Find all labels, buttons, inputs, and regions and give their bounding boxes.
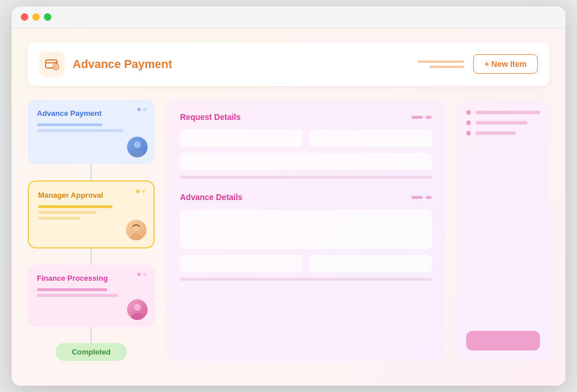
workflow-card-finance-processing: Finance Processing	[28, 265, 155, 327]
header-left: Advance Payment	[39, 51, 172, 77]
request-details-title: Request Details	[180, 112, 241, 122]
request-details-section: Request Details	[180, 112, 432, 179]
sidebar-line-2	[475, 121, 527, 125]
workflow-card-advance-payment: Advance Payment	[28, 100, 155, 164]
sidebar-item-2	[466, 120, 540, 125]
card-line-5	[38, 217, 81, 220]
card-line-1	[37, 123, 102, 126]
card-line-4	[38, 211, 96, 214]
request-row-1	[180, 130, 432, 147]
header-right: + New Item	[418, 54, 538, 74]
card-dots-pink	[137, 273, 147, 276]
advance-row-1	[180, 255, 432, 272]
header-line-2	[429, 66, 464, 68]
finance-processing-title: Finance Processing	[37, 274, 145, 282]
svg-point-10	[132, 313, 143, 320]
svg-point-9	[134, 304, 141, 311]
sidebar-line-3	[475, 131, 516, 135]
workflow-card-manager-approval: Manager Approval	[28, 180, 155, 248]
sidebar-column	[457, 100, 549, 361]
sidebar-item-3	[466, 131, 540, 135]
advance-payment-title: Advance Payment	[37, 109, 145, 118]
page-title: Advance Payment	[73, 58, 172, 71]
workflow-column: Advance Payment	[28, 100, 155, 361]
close-dot[interactable]	[21, 13, 28, 21]
card-line-7	[37, 294, 118, 297]
sidebar-item-1	[466, 110, 540, 115]
person-icon-orange	[128, 222, 144, 240]
connector-2	[91, 248, 92, 265]
card-line-2	[37, 129, 123, 132]
person-icon-blue	[129, 139, 145, 157]
card-dots-blue	[137, 108, 147, 111]
advance-details-title: Advance Details	[180, 193, 242, 202]
payment-icon	[44, 56, 59, 71]
finance-processing-lines	[37, 288, 145, 297]
svg-point-8	[130, 233, 142, 240]
request-details-header: Request Details	[180, 112, 432, 122]
advance-textarea[interactable]	[180, 210, 432, 249]
sidebar-items	[466, 110, 540, 135]
main-content: Advance Payment	[28, 100, 549, 361]
person-icon-pink	[129, 301, 145, 320]
request-field-wide[interactable]	[180, 153, 432, 170]
sidebar-dot-1	[466, 110, 471, 115]
advance-payment-lines	[37, 123, 145, 132]
svg-point-6	[132, 150, 143, 157]
connector-3	[91, 327, 92, 343]
header-icon-container	[39, 51, 65, 77]
titlebar	[12, 6, 565, 28]
sidebar-action-button[interactable]	[466, 331, 540, 350]
advance-field-2[interactable]	[309, 255, 432, 272]
advance-section-dots	[411, 196, 432, 199]
page-header: Advance Payment + New Item	[28, 42, 549, 86]
manager-approval-title: Manager Approval	[38, 191, 144, 199]
sidebar-dot-2	[466, 120, 471, 125]
advance-divider	[180, 278, 432, 281]
request-section-dots	[411, 116, 432, 119]
header-decoration	[418, 61, 464, 68]
sidebar-dot-3	[466, 131, 471, 135]
minimize-dot[interactable]	[32, 13, 40, 21]
maximize-dot[interactable]	[44, 13, 51, 21]
svg-point-5	[134, 141, 141, 148]
card-line-6	[37, 288, 107, 291]
app-content: Advance Payment + New Item	[12, 28, 565, 386]
request-field-2[interactable]	[309, 130, 432, 147]
card-dots-orange	[136, 190, 145, 193]
request-divider	[180, 176, 432, 179]
form-column: Request Details	[166, 100, 445, 361]
completed-badge: Completed	[55, 343, 126, 361]
sidebar-line-1	[475, 111, 540, 114]
request-field-1[interactable]	[180, 130, 302, 147]
avatar-advance-payment	[127, 137, 148, 157]
advance-details-header: Advance Details	[180, 193, 432, 202]
manager-approval-lines	[38, 205, 144, 220]
header-line-1	[418, 61, 464, 63]
connector-1	[91, 164, 92, 180]
avatar-manager-approval	[126, 220, 147, 240]
new-item-button[interactable]: + New Item	[473, 54, 538, 74]
advance-field-1[interactable]	[180, 255, 302, 272]
advance-details-section: Advance Details	[180, 193, 432, 281]
avatar-finance-processing	[127, 299, 148, 320]
card-line-3	[38, 205, 113, 208]
app-window: Advance Payment + New Item	[12, 6, 565, 386]
